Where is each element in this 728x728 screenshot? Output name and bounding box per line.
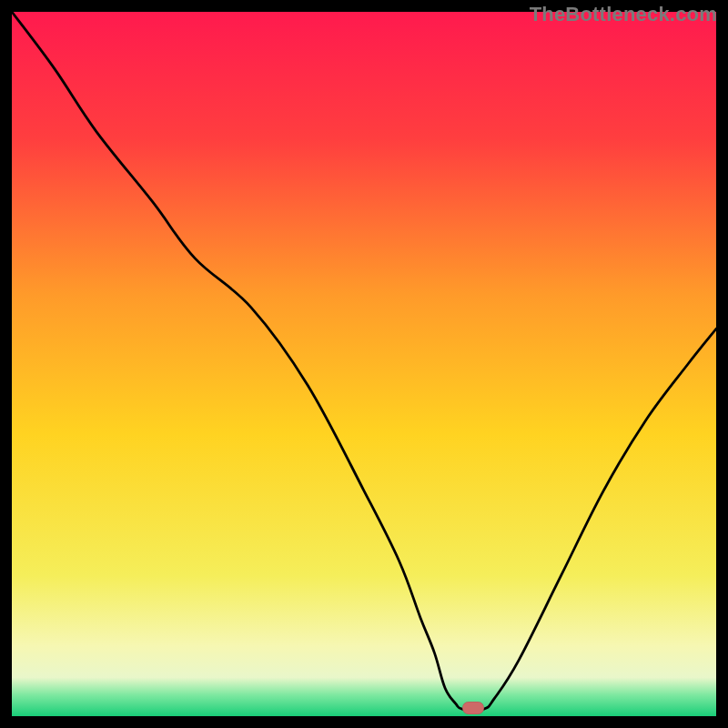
chart-stage: TheBottleneck.com — [0, 0, 728, 728]
optimum-marker — [462, 702, 484, 714]
plot-area — [12, 12, 716, 716]
svg-rect-0 — [12, 12, 716, 716]
background-gradient — [12, 12, 716, 716]
watermark-label: TheBottleneck.com — [530, 3, 717, 26]
